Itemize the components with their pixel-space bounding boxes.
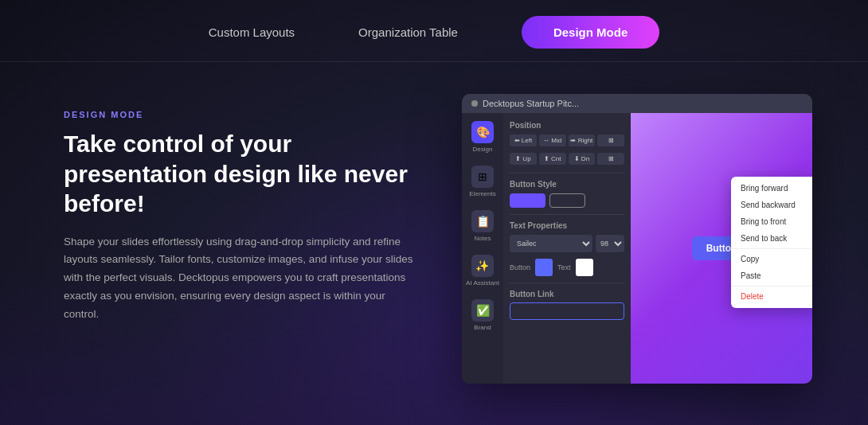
nav-design-mode-button[interactable]: Design Mode	[522, 16, 659, 49]
window-body: 🎨 Design ⊞ Elements 📋 Notes ✨ AI Assista…	[462, 113, 812, 384]
btn-style-outline[interactable]	[549, 193, 585, 208]
sidebar-label-notes: Notes	[475, 235, 491, 242]
divider-3	[510, 283, 624, 283]
sidebar-item-ai[interactable]: ✨ AI Assistant	[466, 255, 499, 287]
btn-style-filled[interactable]	[510, 193, 545, 208]
pos-left[interactable]: ⬅ Left	[510, 135, 537, 146]
btn-link-title: Button Link	[510, 290, 624, 298]
ctx-divider	[731, 248, 812, 249]
btn-style-title: Button Style	[510, 180, 624, 189]
context-menu: Bring forward Send backward Bring to fro…	[731, 177, 812, 308]
hero-text: DESIGN MODE Take control of your present…	[64, 102, 414, 324]
pos-up[interactable]: ⬆ Up	[510, 153, 537, 165]
color-row: Button Text	[510, 259, 624, 276]
hero-headline: Take control of your presentation design…	[64, 129, 414, 219]
font-row: Sailec 98	[510, 235, 624, 252]
pos-right[interactable]: ➡ Right	[569, 135, 596, 146]
pos-x[interactable]: ⊠	[597, 135, 624, 146]
sidebar-item-brand[interactable]: ✅ Brand	[471, 299, 494, 331]
nav-organization-table[interactable]: Organization Table	[358, 25, 458, 39]
window-dot	[471, 100, 478, 107]
sidebar-label-elements: Elements	[469, 190, 495, 197]
main-content: DESIGN MODE Take control of your present…	[0, 62, 868, 384]
navbar: Custom Layouts Organization Table Design…	[0, 0, 868, 62]
position-title: Position	[510, 121, 624, 130]
btn-link-input[interactable]	[510, 302, 624, 320]
hero-description: Shape your slides effortlessly using dra…	[64, 233, 414, 325]
pos-middle[interactable]: ↔ Mid	[539, 135, 566, 146]
sidebar-label-design: Design	[473, 146, 493, 153]
sidebar-label-ai: AI Assistant	[466, 279, 499, 287]
canvas-area: Button Bring forward Send backward Bring…	[631, 113, 812, 384]
ctx-divider-2	[731, 286, 812, 287]
divider-1	[510, 173, 624, 174]
sidebar-item-elements[interactable]: ⊞ Elements	[469, 166, 495, 197]
position-grid: ⬅ Left ↔ Mid ➡ Right ⊠	[510, 135, 624, 146]
text-props-title: Text Properties	[510, 221, 624, 230]
ctx-copy[interactable]: Copy	[731, 251, 812, 267]
ctx-bring-to-front[interactable]: Bring to front	[731, 213, 812, 230]
brand-icon: ✅	[471, 299, 494, 322]
elements-icon: ⊞	[471, 166, 494, 188]
sidebar-icons: 🎨 Design ⊞ Elements 📋 Notes ✨ AI Assista…	[462, 113, 503, 384]
color-swatch-white[interactable]	[576, 259, 593, 276]
ctx-paste[interactable]: Paste	[731, 267, 812, 284]
ctx-send-backward[interactable]: Send backward	[731, 197, 812, 213]
window-title: Decktopus Startup Pitc...	[483, 99, 579, 108]
ctx-send-to-back[interactable]: Send to back	[731, 230, 812, 247]
color-swatch-blue[interactable]	[535, 259, 553, 276]
ctx-bring-forward[interactable]: Bring forward	[731, 180, 812, 197]
pos-down[interactable]: ⬇ Dn	[569, 153, 596, 165]
ai-icon: ✨	[471, 255, 494, 277]
sidebar-label-brand: Brand	[474, 324, 491, 331]
color-label-text: Text	[557, 263, 571, 271]
window-titlebar: Decktopus Startup Pitc...	[462, 94, 812, 113]
sidebar-item-design[interactable]: 🎨 Design	[471, 121, 494, 153]
ctx-delete[interactable]: Delete	[731, 288, 812, 305]
pos-center[interactable]: ⬆ Cnt	[539, 153, 566, 165]
properties-panel: Position ⬅ Left ↔ Mid ➡ Right ⊠ ⬆ Up ⬆ C…	[503, 113, 631, 384]
font-size-select[interactable]: 98	[596, 235, 624, 252]
notes-icon: 📋	[471, 210, 494, 232]
pos-x2[interactable]: ⊠	[597, 153, 624, 165]
sidebar-item-notes[interactable]: 📋 Notes	[471, 210, 494, 242]
position-row2: ⬆ Up ⬆ Cnt ⬇ Dn ⊠	[510, 153, 624, 165]
mockup-container: Decktopus Startup Pitc... 🎨 Design ⊞ Ele…	[462, 94, 820, 384]
color-label-btn: Button	[510, 263, 530, 271]
btn-style-row	[510, 193, 624, 208]
mockup-window: Decktopus Startup Pitc... 🎨 Design ⊞ Ele…	[462, 94, 812, 384]
design-icon: 🎨	[471, 121, 494, 143]
font-select[interactable]: Sailec	[510, 235, 592, 252]
design-mode-label: DESIGN MODE	[64, 110, 414, 119]
divider-2	[510, 214, 624, 215]
nav-custom-layouts[interactable]: Custom Layouts	[209, 25, 295, 39]
